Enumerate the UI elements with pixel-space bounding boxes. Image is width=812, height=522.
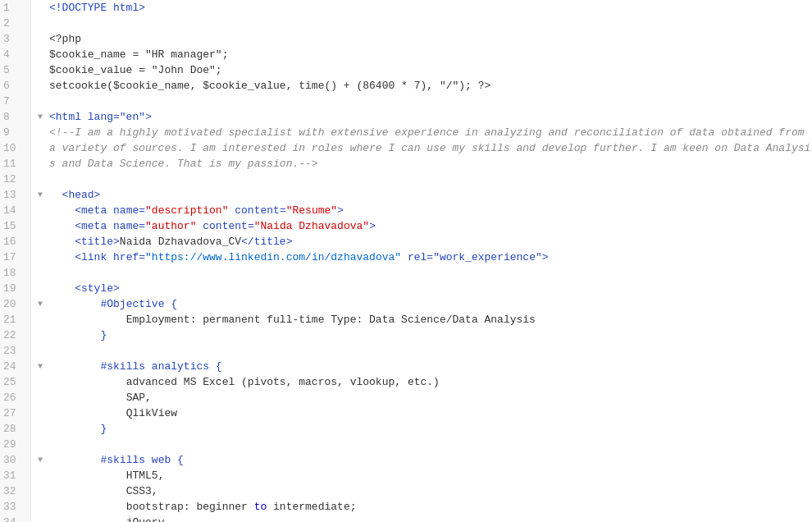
line-number-1: 1 [0,0,30,16]
line-number-20: 20 [0,296,30,312]
line-number-25: 25 [0,374,30,390]
fold-arrow-28[interactable] [38,452,49,468]
line-number-14: 14 [0,203,30,218]
code-line-8: <html lang="en"> [31,109,812,125]
line-number-7: 7 [0,94,30,109]
code-line-9: <!--I am a highly motivated specialist w… [31,125,812,172]
code-line-6: setcookie($cookie_name, $cookie_value, t… [31,78,812,94]
code-line-27 [31,437,812,452]
code-content[interactable]: <!DOCTYPE html><?php$cookie_name = "HR m… [31,0,812,522]
code-text-31: bootstrap: beginner to intermediate; [49,499,812,515]
code-text-19: Employment: permanent full-time Type: Da… [49,312,812,327]
code-line-14: <title>Naida Dzhavadova_CV</title> [31,234,812,250]
code-text-18: #Objective { [49,296,812,312]
code-text-15: <link href="https://www.linkedin.com/in/… [49,250,812,265]
code-line-18: #Objective { [31,296,812,312]
code-text-11: <head> [49,187,812,203]
code-line-1: <!DOCTYPE html> [31,0,812,16]
code-text-5: $cookie_value = "John Doe"; [49,62,812,78]
line-number-5: 5 [0,62,30,78]
code-text-6: setcookie($cookie_name, $cookie_value, t… [49,78,812,94]
line-number-32: 32 [0,483,30,499]
line-number-30: 30 [0,452,30,468]
line-number-27: 27 [0,405,30,421]
line-number-21: 21 [0,312,30,327]
fold-arrow-22[interactable] [38,359,49,374]
code-text-9: <!--I am a highly motivated specialist w… [49,125,812,172]
code-line-13: <meta name="author" content="Naida Dzhav… [31,218,812,234]
code-line-24: SAP, [31,390,812,405]
code-text-17: <style> [49,281,812,296]
code-line-10 [31,172,812,187]
code-text-13: <meta name="author" content="Naida Dzhav… [49,218,812,234]
code-text-4: $cookie_name = "HR manager"; [49,47,812,62]
code-text-23: advanced MS Excel (pivots, macros, vlook… [49,374,812,390]
line-number-11: 11 [0,156,30,172]
line-number-12: 12 [0,172,30,187]
line-number-8: 8 [0,109,30,125]
line-numbers: 1234567891011121314151617181920212223242… [0,0,31,522]
line-number-33: 33 [0,499,30,515]
line-number-19: 19 [0,281,30,296]
code-line-30: CSS3, [31,483,812,499]
line-number-31: 31 [0,468,30,483]
line-number-13: 13 [0,187,30,203]
line-number-6: 6 [0,78,30,94]
code-text-3: <?php [49,31,812,47]
line-number-17: 17 [0,250,30,265]
code-line-26: } [31,421,812,437]
code-text-29: HTML5, [49,468,812,483]
code-line-5: $cookie_value = "John Doe"; [31,62,812,78]
line-number-26: 26 [0,390,30,405]
code-text-8: <html lang="en"> [49,109,812,125]
code-text-32: jQuery, [49,515,812,522]
code-line-22: #skills analytics { [31,359,812,374]
line-number-10: 10 [0,140,30,156]
line-number-28: 28 [0,421,30,437]
code-line-32: jQuery, [31,515,812,522]
line-number-34: 34 [0,515,30,522]
code-line-3: <?php [31,31,812,47]
code-line-12: <meta name="description" content="Resume… [31,203,812,218]
code-line-20: } [31,327,812,343]
fold-arrow-18[interactable] [38,296,49,312]
fold-arrow-8[interactable] [38,109,49,125]
fold-arrow-11[interactable] [38,187,49,203]
code-line-2 [31,16,812,31]
code-line-19: Employment: permanent full-time Type: Da… [31,312,812,327]
code-line-21 [31,343,812,359]
code-editor: 1234567891011121314151617181920212223242… [0,0,812,522]
code-line-23: advanced MS Excel (pivots, macros, vlook… [31,374,812,390]
code-line-28: #skills web { [31,452,812,468]
code-text-14: <title>Naida Dzhavadova_CV</title> [49,234,812,250]
code-line-16 [31,265,812,281]
line-number-23: 23 [0,343,30,359]
code-line-31: bootstrap: beginner to intermediate; [31,499,812,515]
line-number-15: 15 [0,218,30,234]
code-text-24: SAP, [49,390,812,405]
line-number-18: 18 [0,265,30,281]
code-text-30: CSS3, [49,483,812,499]
line-number-16: 16 [0,234,30,250]
code-text-28: #skills web { [49,452,812,468]
line-number-2: 2 [0,16,30,31]
line-number-3: 3 [0,31,30,47]
code-line-29: HTML5, [31,468,812,483]
code-text-1: <!DOCTYPE html> [49,0,812,16]
code-line-11: <head> [31,187,812,203]
line-number-24: 24 [0,359,30,374]
line-number-9: 9 [0,125,30,140]
line-number-29: 29 [0,437,30,452]
code-line-25: QlikView [31,405,812,421]
line-number-4: 4 [0,47,30,62]
code-text-20: } [49,327,812,343]
code-line-4: $cookie_name = "HR manager"; [31,47,812,62]
code-text-26: } [49,421,812,437]
code-text-25: QlikView [49,405,812,421]
code-line-15: <link href="https://www.linkedin.com/in/… [31,250,812,265]
code-line-17: <style> [31,281,812,296]
line-number-22: 22 [0,327,30,343]
code-text-12: <meta name="description" content="Resume… [49,203,812,218]
code-text-22: #skills analytics { [49,359,812,374]
code-line-7 [31,94,812,109]
